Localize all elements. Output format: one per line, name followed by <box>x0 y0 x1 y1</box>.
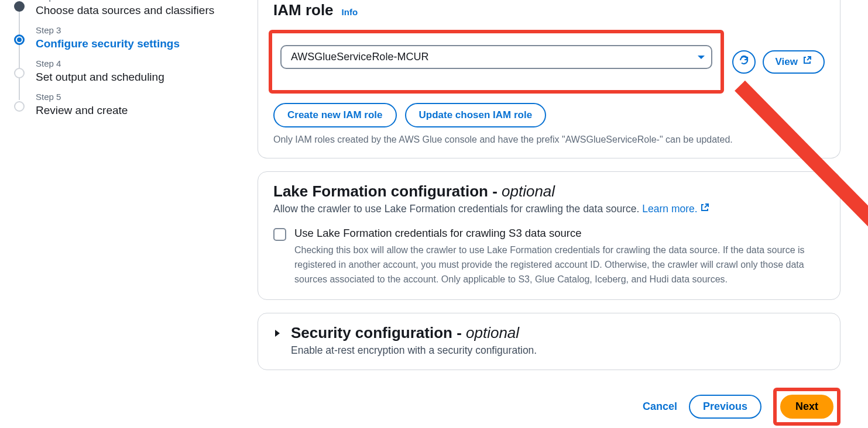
step-label: Step 2 <box>36 0 214 2</box>
next-button[interactable]: Next <box>780 395 833 419</box>
step-label: Step 5 <box>36 92 128 102</box>
view-button-label: View <box>776 56 798 68</box>
lake-subtitle-text: Allow the crawler to use Lake Formation … <box>273 203 642 215</box>
wizard-step-5[interactable]: Step 5 Review and create <box>14 100 243 133</box>
wizard-footer: Cancel Previous Next <box>258 383 840 428</box>
learn-more-link[interactable]: Learn more. <box>642 203 709 215</box>
wizard-steps-sidebar: Step 2 Choose data sources and classifie… <box>0 0 258 428</box>
step-label: Step 3 <box>36 25 180 35</box>
iam-role-select[interactable] <box>280 45 712 69</box>
view-role-button[interactable]: View <box>763 50 825 74</box>
lake-title-text: Lake Formation configuration - <box>273 182 502 200</box>
step-title: Choose data sources and classifiers <box>36 4 214 17</box>
lake-panel-subtitle: Allow the crawler to use Lake Formation … <box>273 203 825 215</box>
lake-formation-checkbox[interactable] <box>273 228 286 241</box>
lake-formation-panel: Lake Formation configuration - optional … <box>258 171 840 300</box>
security-config-panel: Security configuration - optional Enable… <box>258 313 840 370</box>
lake-panel-title: Lake Formation configuration - optional <box>273 182 825 201</box>
step-title: Configure security settings <box>36 37 180 50</box>
external-link-icon <box>802 56 812 68</box>
refresh-button[interactable] <box>732 50 756 74</box>
security-title-text: Security configuration - <box>291 324 466 341</box>
create-iam-role-button[interactable]: Create new IAM role <box>273 103 397 127</box>
update-iam-role-button[interactable]: Update chosen IAM role <box>405 103 547 127</box>
step-marker-done-icon <box>14 1 25 12</box>
iam-role-panel: IAM role Info View <box>258 0 840 158</box>
learn-more-label: Learn more. <box>642 203 697 215</box>
info-link[interactable]: Info <box>342 7 358 17</box>
lake-checkbox-label: Use Lake Formation credentials for crawl… <box>294 227 825 240</box>
step-marker-pending-icon <box>14 68 25 78</box>
step-title: Set output and scheduling <box>36 71 164 84</box>
lake-checkbox-hint: Checking this box will allow the crawler… <box>294 243 825 287</box>
external-link-icon <box>700 203 709 215</box>
optional-label: optional <box>502 182 555 200</box>
annotation-highlight-next: Next <box>773 388 840 426</box>
iam-role-hint: Only IAM roles created by the AWS Glue c… <box>273 134 825 145</box>
previous-button[interactable]: Previous <box>689 395 761 419</box>
cancel-button[interactable]: Cancel <box>643 401 677 413</box>
caret-right-icon <box>273 329 282 338</box>
step-title: Review and create <box>36 104 128 117</box>
optional-label: optional <box>466 324 519 341</box>
security-panel-subtitle: Enable at-rest encryption with a securit… <box>291 344 537 357</box>
security-panel-title: Security configuration - optional <box>291 324 537 342</box>
step-label: Step 4 <box>36 58 164 68</box>
expand-toggle[interactable] <box>273 329 282 340</box>
iam-role-select-wrap[interactable] <box>280 45 712 69</box>
step-marker-active-icon <box>14 34 25 45</box>
annotation-highlight-box <box>269 30 724 94</box>
step-marker-pending-icon <box>14 101 25 112</box>
refresh-icon <box>739 55 749 68</box>
iam-panel-title: IAM role <box>273 1 334 19</box>
main-content: IAM role Info View <box>258 0 855 428</box>
